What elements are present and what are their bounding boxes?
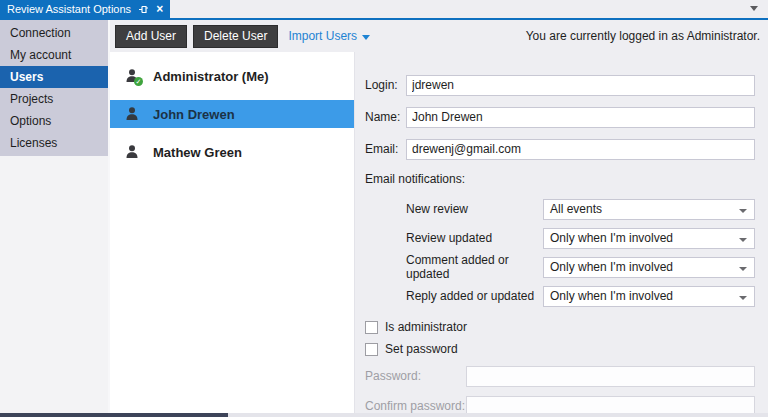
user-details-form: Login: Name: Email: Email notifications:… — [355, 52, 768, 413]
sidebar-item-connection[interactable]: Connection — [0, 22, 108, 44]
tab-title: Review Assistant Options — [7, 3, 131, 15]
set-password-checkbox[interactable] — [365, 343, 378, 356]
users-toolbar: Add User Delete User Import Users You ar… — [110, 20, 768, 52]
is-administrator-checkbox[interactable] — [365, 321, 378, 334]
tab-review-assistant-options[interactable]: Review Assistant Options × — [0, 0, 170, 18]
delete-user-button[interactable]: Delete User — [193, 25, 278, 48]
person-admin-icon: ✓ — [124, 68, 140, 84]
logged-in-status-text: You are currently logged in as Administr… — [526, 29, 760, 43]
new-review-value: All events — [550, 202, 602, 216]
login-label: Login: — [365, 78, 406, 92]
sidebar-item-users[interactable]: Users — [0, 66, 108, 88]
new-review-label: New review — [406, 202, 543, 216]
chevron-down-icon — [739, 296, 747, 300]
tab-overflow-caret-icon[interactable] — [750, 6, 758, 11]
review-assistant-options-window: Review Assistant Options × Connection My… — [0, 0, 768, 417]
chevron-down-icon — [739, 267, 747, 271]
reply-added-select[interactable]: Only when I'm involved — [543, 286, 755, 307]
user-name: John Drewen — [153, 107, 235, 122]
password-input[interactable] — [466, 366, 755, 387]
review-updated-label: Review updated — [406, 231, 543, 245]
chevron-down-icon — [362, 35, 370, 40]
document-tab-strip: Review Assistant Options × — [0, 0, 768, 18]
email-input[interactable] — [406, 139, 755, 160]
close-icon[interactable]: × — [156, 3, 163, 15]
user-item-mathew-green[interactable]: Mathew Green — [110, 138, 354, 166]
sidebar-item-projects[interactable]: Projects — [0, 88, 108, 110]
comment-added-label: Comment added or updated — [406, 253, 543, 281]
email-label: Email: — [365, 142, 406, 156]
person-icon — [124, 106, 140, 122]
import-users-label: Import Users — [288, 29, 357, 43]
user-name: Mathew Green — [153, 145, 242, 160]
login-input[interactable] — [406, 75, 755, 96]
review-updated-select[interactable]: Only when I'm involved — [543, 228, 755, 249]
review-updated-value: Only when I'm involved — [550, 231, 673, 245]
sidebar-item-options[interactable]: Options — [0, 110, 108, 132]
password-label: Password: — [365, 369, 466, 383]
confirm-password-label: Confirm password: — [365, 399, 466, 413]
person-icon — [124, 144, 140, 160]
options-sidebar: Connection My account Users Projects Opt… — [0, 20, 110, 413]
chevron-down-icon — [739, 209, 747, 213]
chevron-down-icon — [739, 238, 747, 242]
new-review-select[interactable]: All events — [543, 199, 755, 220]
window-bottom-dark-segment — [0, 413, 228, 417]
pin-icon[interactable] — [138, 4, 149, 15]
user-item-john-drewen[interactable]: John Drewen — [110, 100, 354, 128]
is-administrator-label: Is administrator — [385, 320, 467, 334]
reply-added-label: Reply added or updated — [406, 289, 543, 303]
reply-added-value: Only when I'm involved — [550, 289, 673, 303]
user-list: ✓ Administrator (Me) John Drewen — [110, 52, 355, 413]
name-input[interactable] — [406, 107, 755, 128]
email-notifications-label: Email notifications: — [365, 172, 755, 188]
user-item-administrator[interactable]: ✓ Administrator (Me) — [110, 62, 354, 90]
comment-added-select[interactable]: Only when I'm involved — [543, 257, 755, 278]
sidebar-item-my-account[interactable]: My account — [0, 44, 108, 66]
admin-check-badge-icon: ✓ — [134, 77, 143, 86]
comment-added-value: Only when I'm involved — [550, 260, 673, 274]
name-label: Name: — [365, 110, 406, 124]
user-name: Administrator (Me) — [153, 69, 269, 84]
sidebar-item-licenses[interactable]: Licenses — [0, 132, 108, 154]
import-users-link[interactable]: Import Users — [288, 29, 370, 43]
add-user-button[interactable]: Add User — [115, 25, 187, 48]
set-password-label: Set password — [385, 342, 458, 356]
window-bottom-edge — [0, 413, 768, 417]
